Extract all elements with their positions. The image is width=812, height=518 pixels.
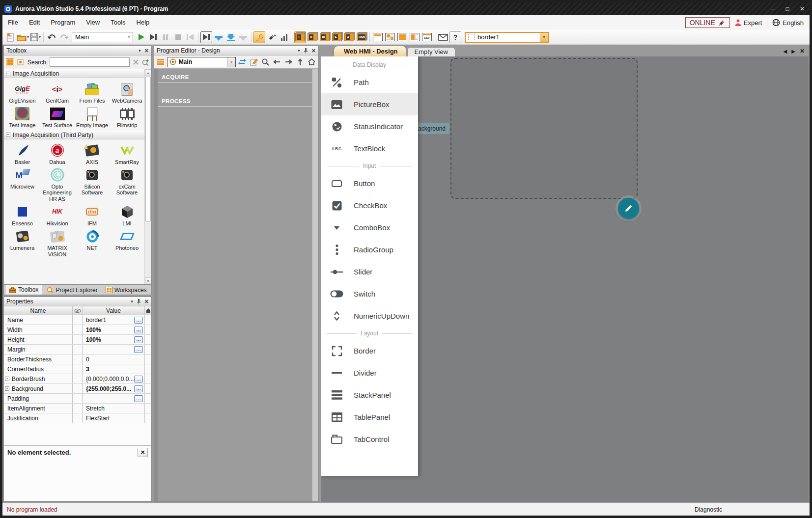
toolbox-item-ensenso[interactable]: Ensenso	[5, 202, 40, 226]
panel-menu-icon[interactable]: ▾	[139, 48, 141, 53]
palette-item-border[interactable]: Border	[321, 340, 418, 362]
toolbox-item-lumenera[interactable]: Lumenera	[5, 226, 40, 257]
iterate-button[interactable]	[147, 31, 159, 43]
new-program-button[interactable]	[4, 31, 16, 43]
pin-icon[interactable]	[304, 48, 308, 54]
stop-button[interactable]	[172, 31, 184, 43]
redo-button[interactable]	[58, 31, 70, 43]
toolbox-item-gigevision[interactable]: GigEVISION GigEVision	[5, 79, 40, 104]
palette-item-tabcontrol[interactable]: TabControl	[321, 428, 418, 450]
ellipsis-button[interactable]: …	[134, 327, 143, 333]
menu-edit[interactable]: Edit	[24, 15, 45, 30]
statistics-button[interactable]	[278, 31, 290, 43]
iterate-current-macrofilter-button[interactable]	[200, 31, 212, 43]
palette-item-divider[interactable]: Divider	[321, 362, 418, 384]
program-section-process[interactable]: PROCESS	[158, 95, 318, 107]
palette-item-textblock[interactable]: ABC TextBlock	[321, 137, 418, 160]
dropdown-caret-icon[interactable]: ▾	[227, 57, 235, 67]
program-editor-scrollbar[interactable]	[312, 69, 318, 501]
property-row-margin[interactable]: Margin …	[4, 345, 151, 354]
ellipsis-button[interactable]: …	[134, 395, 143, 402]
view-layout-1-button[interactable]: I	[294, 31, 306, 43]
palette-item-button[interactable]: Button	[321, 172, 418, 194]
panel-menu-icon[interactable]: ▾	[298, 48, 300, 53]
toolbox-item-photoneo[interactable]: Photoneo	[110, 226, 144, 257]
expander-icon[interactable]: +	[5, 377, 9, 381]
scroll-down-icon[interactable]: ▼	[145, 277, 151, 284]
selected-border-element[interactable]	[450, 58, 638, 199]
toolbox-item-empty-image[interactable]: Empty Image	[75, 104, 110, 128]
toolbox-item-axis[interactable]: AXIS	[75, 140, 110, 165]
search-input[interactable]	[50, 57, 130, 67]
tab-toolbox[interactable]: Toolbox	[5, 284, 42, 295]
ellipsis-button[interactable]: …	[134, 346, 143, 353]
expert-mode-button[interactable]: Expert	[735, 19, 762, 27]
property-row-padding[interactable]: Padding …	[4, 394, 151, 404]
pin-icon[interactable]	[137, 299, 141, 304]
collapse-icon[interactable]	[6, 133, 10, 137]
tab-project-explorer[interactable]: Project Explorer	[43, 285, 101, 295]
undo-button[interactable]	[46, 31, 57, 43]
program-editor-canvas[interactable]: ACQUIRE PROCESS	[154, 69, 318, 501]
feedback-button[interactable]	[437, 31, 449, 43]
property-row-name[interactable]: Name border1…	[4, 315, 151, 325]
panel-menu-icon[interactable]: ▾	[131, 299, 133, 304]
palette-item-picturebox[interactable]: PictureBox	[321, 93, 418, 115]
connect-hmi-button[interactable]	[266, 31, 278, 43]
toolbox-item-microview[interactable]: M Microview	[5, 165, 40, 202]
toolbox-item-cxcam-software[interactable]: cxCam Software	[110, 165, 144, 202]
toolbox-panel-header[interactable]: Toolbox ▾ ✕	[4, 46, 151, 55]
view-favorites-button[interactable]: ★	[343, 31, 355, 43]
go-home-button[interactable]	[307, 56, 317, 67]
program-editor-header[interactable]: Program Editor - Design ▾ ✕	[154, 46, 318, 55]
layout-rows-button[interactable]	[396, 31, 408, 43]
ellipsis-button[interactable]: …	[134, 336, 143, 343]
palette-item-slider[interactable]: Slider	[321, 261, 418, 283]
menu-tools[interactable]: Tools	[105, 15, 131, 30]
step-into-button[interactable]	[213, 31, 224, 43]
macrofilter-selector[interactable]: Main ▾	[168, 57, 236, 67]
menu-view[interactable]: View	[81, 15, 105, 30]
dropdown-caret-icon[interactable]: ▾	[125, 35, 133, 39]
collapse-icon[interactable]	[6, 72, 10, 76]
dismiss-button[interactable]: ✕	[138, 448, 148, 457]
layout-single-button[interactable]	[372, 31, 384, 43]
ellipsis-button[interactable]: …	[134, 376, 143, 382]
layout-columns-button[interactable]	[409, 31, 420, 43]
view-layout-3-button[interactable]: III	[319, 31, 331, 43]
palette-item-switch[interactable]: Switch	[321, 283, 418, 305]
program-selector[interactable]: Main▾	[72, 32, 133, 42]
toolbox-item-opto-engineering-hr-as[interactable]: Opto Engineering HR AS	[40, 165, 75, 202]
panel-close-icon[interactable]: ✕	[144, 299, 149, 305]
hmi-design-canvas[interactable]: Background Data Display Path PictureBox …	[321, 56, 809, 502]
expander-icon[interactable]: +	[5, 386, 9, 391]
view-hmi-button[interactable]: HMI	[356, 31, 367, 43]
edit-element-button[interactable]	[618, 198, 639, 219]
hmi-tab-web-hmi-design[interactable]: Web HMI - Design	[334, 46, 406, 56]
open-program-button[interactable]: ▾	[17, 31, 29, 43]
minimize-icon[interactable]: –	[765, 2, 780, 15]
navigate-back-button[interactable]	[272, 56, 282, 67]
palette-item-combobox[interactable]: ComboBox	[321, 217, 418, 239]
step-out-button[interactable]	[225, 31, 237, 43]
visibility-column-header[interactable]	[73, 306, 83, 315]
hmi-element-selector[interactable]: border1 ▾	[465, 32, 549, 43]
property-row-height[interactable]: Height 100%…	[4, 335, 151, 345]
diagnostic-label[interactable]: Diagnostic	[695, 506, 810, 513]
property-row-width[interactable]: Width 100%…	[4, 325, 151, 335]
palette-item-statusindicator[interactable]: StatusIndicator	[321, 115, 418, 137]
category-view-button[interactable]	[16, 58, 25, 66]
advanced-search-icon[interactable]	[141, 59, 149, 66]
toolbox-item-test-surface[interactable]: Test Surface	[40, 104, 75, 128]
toolbox-item-hikvision[interactable]: HIK Hikvision	[40, 202, 75, 226]
online-button[interactable]: ONLINE	[685, 17, 730, 28]
value-column-header[interactable]: Value	[83, 306, 145, 315]
hmi-tab-empty-view[interactable]: Empty View	[407, 47, 455, 56]
palette-item-radiogroup[interactable]: RadioGroup	[321, 239, 418, 261]
toolbox-item-from-files[interactable]: From Files	[75, 79, 110, 104]
tab-scroll-right-icon[interactable]: ▶	[791, 49, 795, 54]
save-program-button[interactable]: ▾	[29, 31, 41, 43]
toolbox-item-silicon-software[interactable]: Silicon Software	[75, 165, 110, 202]
run-button[interactable]	[135, 31, 147, 43]
tag-column-header[interactable]	[145, 306, 151, 315]
